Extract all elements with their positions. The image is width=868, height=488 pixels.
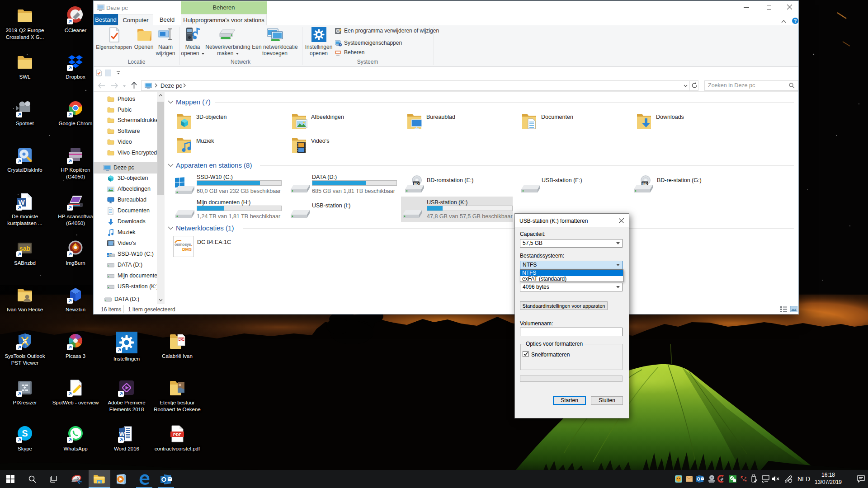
svg-text:sab: sab	[19, 245, 30, 252]
svg-text:S: S	[23, 338, 27, 345]
svg-text:W: W	[119, 431, 125, 437]
svg-text:S: S	[22, 428, 28, 438]
svg-text:PDF: PDF	[179, 338, 184, 341]
svg-text:PDF: PDF	[173, 432, 182, 437]
